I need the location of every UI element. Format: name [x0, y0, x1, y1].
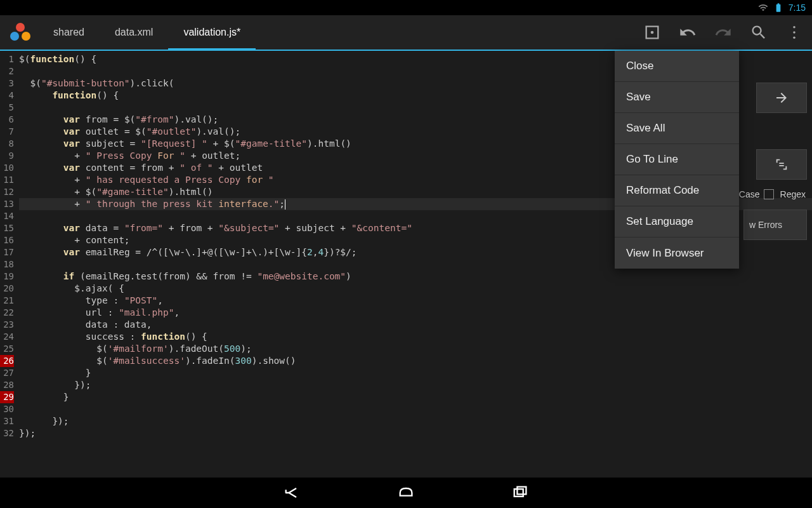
tab-bar: shared data.xml validation.js*	[38, 15, 256, 50]
android-nav-bar	[0, 478, 812, 508]
svg-point-4	[793, 26, 796, 29]
svg-rect-7	[514, 489, 523, 497]
menu-save[interactable]: Save	[615, 82, 739, 113]
nav-back-icon[interactable]	[279, 480, 304, 505]
undo-icon[interactable]	[670, 15, 705, 50]
menu-save-all[interactable]: Save All	[615, 113, 739, 144]
case-checkbox[interactable]: Case Regex	[739, 189, 806, 199]
nav-recent-icon[interactable]	[508, 480, 533, 505]
svg-point-1	[10, 32, 19, 41]
menu-label: Reformat Code	[626, 184, 699, 197]
button-label: w Errors	[749, 220, 782, 230]
checkbox-label: Regex	[780, 189, 806, 199]
menu-reformat[interactable]: Reformat Code	[615, 175, 739, 206]
svg-point-5	[793, 31, 796, 34]
toolbar	[634, 15, 812, 50]
settings-square-icon[interactable]	[634, 15, 670, 50]
app-bar: shared data.xml validation.js*	[0, 15, 812, 51]
svg-point-0	[16, 23, 25, 32]
svg-point-3	[651, 31, 654, 34]
search-panel: Case Regex w Errors	[739, 51, 812, 241]
app-logo-icon[interactable]	[8, 20, 33, 45]
menu-label: Set Language	[626, 215, 693, 228]
redo-icon[interactable]	[705, 15, 741, 50]
menu-label: View In Browser	[626, 247, 704, 260]
tab-shared[interactable]: shared	[38, 15, 100, 50]
show-errors-button[interactable]: w Errors	[743, 210, 807, 240]
overflow-menu-icon[interactable]	[776, 15, 812, 50]
tab-label: shared	[53, 27, 84, 38]
replace-icon	[775, 157, 789, 171]
nav-home-icon[interactable]	[393, 480, 419, 505]
next-button[interactable]	[756, 83, 807, 113]
context-menu: Close Save Save All Go To Line Reformat …	[615, 51, 739, 269]
search-icon[interactable]	[741, 15, 776, 50]
tab-data-xml[interactable]: data.xml	[100, 15, 168, 50]
menu-close[interactable]: Close	[615, 51, 739, 82]
line-number-gutter: 1234567891011121314151617181920212223242…	[0, 51, 16, 478]
tab-validation-js[interactable]: validation.js*	[168, 15, 256, 50]
android-status-bar: 7:15	[0, 0, 812, 15]
battery-icon	[773, 3, 783, 13]
menu-label: Close	[626, 60, 653, 72]
replace-button[interactable]	[756, 149, 807, 180]
checkbox-label: Case	[739, 189, 760, 199]
menu-label: Save All	[626, 122, 665, 135]
tab-label: data.xml	[115, 27, 153, 38]
menu-set-language[interactable]: Set Language	[615, 206, 739, 237]
menu-view-browser[interactable]: View In Browser	[615, 237, 739, 269]
arrow-right-icon	[774, 90, 789, 105]
menu-goto-line[interactable]: Go To Line	[615, 144, 739, 175]
menu-label: Save	[626, 91, 651, 104]
status-time: 7:15	[789, 3, 806, 13]
wifi-icon	[758, 3, 768, 13]
menu-label: Go To Line	[626, 153, 678, 166]
tab-label: validation.js*	[183, 27, 240, 38]
svg-point-6	[793, 36, 796, 39]
svg-rect-8	[517, 487, 526, 495]
svg-point-2	[22, 32, 30, 41]
